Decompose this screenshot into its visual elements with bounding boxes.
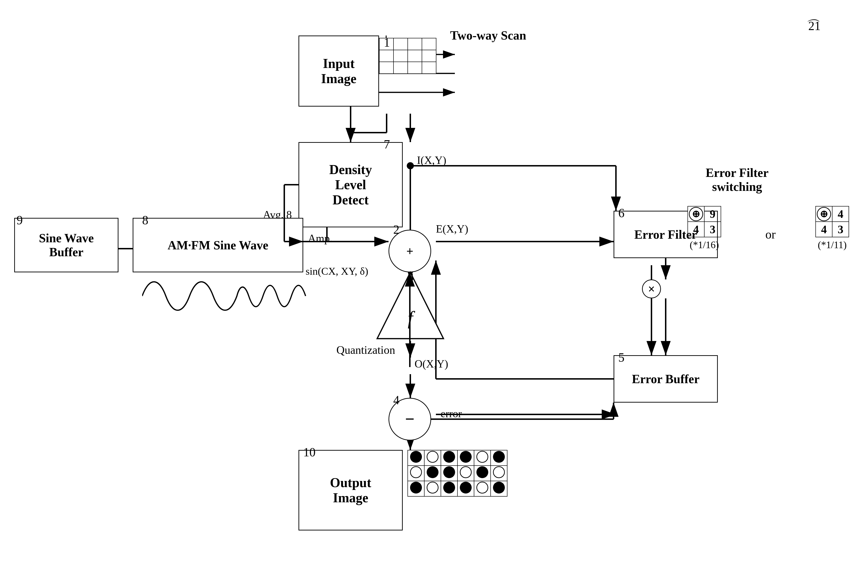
error-label: error — [441, 407, 462, 420]
error-filter-2: ⊕ 4 4 3 (*1/11) — [815, 206, 849, 251]
node-number-2: 2 — [393, 223, 399, 237]
error-filter-switching-label: Error Filterswitching — [706, 166, 769, 194]
node-number-1: 1 — [384, 35, 390, 50]
node-number-3: 3 — [407, 270, 413, 284]
i-xy-label: I(X,Y) — [417, 154, 446, 167]
diagram-container: 21 ⌒ Two-way Scan InputImage 1 DensityLe… — [0, 0, 868, 588]
sine-wave-visual — [142, 272, 308, 320]
error-buffer-box: Error Buffer — [614, 355, 718, 402]
node-number-6: 6 — [618, 206, 624, 220]
output-image-box: OutputImage — [298, 450, 403, 531]
density-level-detect-box: DensityLevelDetect — [298, 142, 403, 227]
node-number-9: 9 — [16, 213, 23, 227]
am-fm-sine-wave-box: AM·FM Sine Wave — [133, 218, 303, 272]
two-way-scan-label: Two-way Scan — [450, 28, 526, 43]
quantization-label: Quantization — [337, 343, 395, 357]
cross-multiply-symbol: × — [642, 279, 661, 298]
node-number-4: 4 — [393, 393, 399, 407]
e-xy-label: E(X,Y) — [436, 223, 468, 235]
input-image-box: InputImage — [298, 35, 379, 106]
node-number-5: 5 — [618, 351, 624, 364]
amp-label: Amp. — [308, 232, 333, 245]
o-xy-label: O(X,Y) — [415, 358, 448, 370]
node-number-8: 8 — [142, 213, 148, 227]
node-number-7: 7 — [384, 137, 390, 151]
svg-point-34 — [407, 162, 414, 169]
or-text: or — [765, 227, 776, 241]
sin-formula-label: sin(CX, XY, δ) — [306, 265, 368, 277]
output-dot-grid — [407, 450, 508, 497]
filter1-fraction: (*1/16) — [688, 239, 721, 251]
node-number-10: 10 — [303, 445, 316, 459]
reference-curve: ⌒ — [804, 16, 818, 36]
error-filter-1: ⊕ 9 4 3 (*1/16) — [688, 206, 721, 251]
filter2-fraction: (*1/11) — [815, 239, 849, 251]
sine-wave-buffer-box: Sine WaveBuffer — [14, 218, 118, 272]
